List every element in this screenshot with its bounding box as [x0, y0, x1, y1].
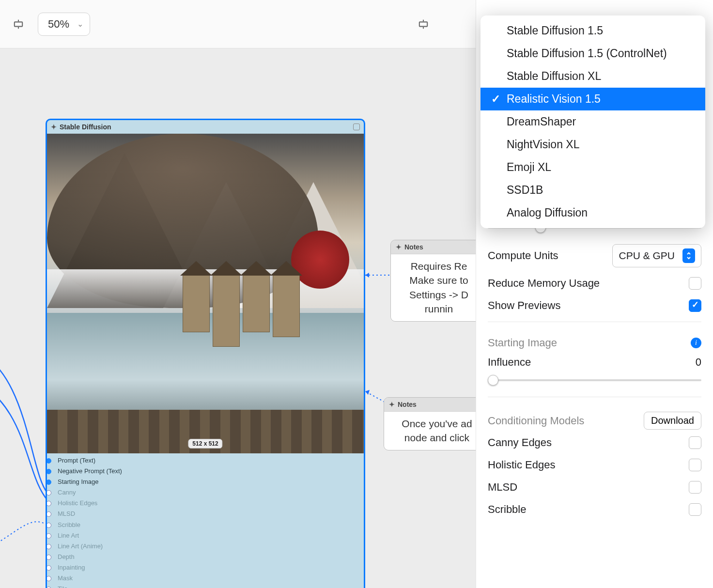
conditioning-label: MLSD	[488, 481, 689, 494]
conditioning-label: Canny Edges	[488, 436, 689, 449]
conditioning-label: Holistic Edges	[488, 459, 689, 471]
conditioning-section: Conditioning Models Download	[488, 412, 701, 430]
conditioning-row: MLSD	[488, 481, 701, 494]
compute-label: Compute Units	[488, 249, 612, 262]
svg-rect-1	[419, 22, 427, 26]
input-port[interactable]: MLSD	[53, 509, 364, 519]
input-port[interactable]: Mask	[53, 573, 364, 584]
input-port[interactable]: Negative Prompt (Text)	[53, 466, 364, 477]
gear-icon: ✦	[51, 123, 57, 131]
show-previews-label: Show Previews	[488, 299, 689, 312]
conditioning-toggle[interactable]	[689, 481, 701, 494]
canvas[interactable]: ✦ Stable Diffusion 512 x 512 Prompt (Tex…	[0, 48, 476, 588]
show-previews-row: Show Previews	[488, 299, 701, 312]
conditioning-toggle[interactable]	[689, 459, 701, 471]
conditioning-toggle[interactable]	[689, 503, 701, 516]
compute-select[interactable]: CPU & GPU	[612, 244, 701, 267]
conditioning-row: Canny Edges	[488, 436, 701, 449]
starting-image-section: Starting Image i	[488, 337, 701, 349]
compute-row: Compute Units CPU & GPU	[488, 244, 701, 267]
model-option[interactable]: Stable Diffusion 1.5 (ControlNet)	[480, 42, 705, 65]
conditioning-toggle[interactable]	[689, 436, 701, 449]
conditioning-row: Holistic Edges	[488, 459, 701, 471]
conditioning-label: Scribble	[488, 503, 689, 516]
model-option[interactable]: NightVision XL	[480, 133, 705, 156]
influence-row: Influence 0	[488, 356, 701, 369]
input-port[interactable]: Depth	[53, 552, 364, 562]
chevron-updown-icon	[682, 248, 695, 263]
crop-icon[interactable]	[414, 15, 433, 34]
node-header[interactable]: ✦ Stable Diffusion	[47, 120, 364, 134]
input-port[interactable]: Canny	[53, 487, 364, 498]
svg-rect-0	[15, 22, 22, 26]
input-port[interactable]: Holistic Edges	[53, 498, 364, 509]
gear-icon: ✦	[396, 243, 402, 251]
reduce-memory-toggle[interactable]	[689, 277, 701, 290]
input-port[interactable]: Scribble	[53, 520, 364, 530]
influence-value: 0	[696, 356, 701, 369]
input-port[interactable]: Inpainting	[53, 562, 364, 573]
input-port[interactable]: Starting Image	[53, 477, 364, 487]
influence-slider[interactable]	[488, 371, 701, 384]
notes-node-1[interactable]: ✦Notes Requires Re Make sure to Settings…	[390, 240, 476, 322]
model-option[interactable]: Emoji XL	[480, 156, 705, 179]
download-button[interactable]: Download	[644, 412, 701, 430]
stable-diffusion-node[interactable]: ✦ Stable Diffusion 512 x 512 Prompt (Tex…	[46, 119, 365, 588]
model-option[interactable]: Stable Diffusion XL	[480, 65, 705, 88]
size-badge: 512 x 512	[188, 439, 222, 449]
notes-node-2[interactable]: ✦Notes Once you've ad node and click	[384, 397, 476, 450]
gear-icon: ✦	[389, 401, 395, 408]
model-dropdown[interactable]: Stable Diffusion 1.5Stable Diffusion 1.5…	[480, 15, 705, 228]
notes-title: Notes	[404, 243, 423, 251]
reduce-memory-row: Reduce Memory Usage	[488, 277, 701, 290]
show-previews-toggle[interactable]	[689, 299, 701, 312]
fit-icon[interactable]	[9, 15, 28, 34]
node-preview: 512 x 512	[47, 134, 364, 453]
model-option[interactable]: Analog Diffusion	[480, 201, 705, 224]
node-title: Stable Diffusion	[60, 123, 111, 131]
input-port[interactable]: Line Art	[53, 530, 364, 541]
model-option[interactable]: DreamShaper	[480, 110, 705, 133]
model-option[interactable]: Realistic Vision 1.5	[480, 88, 705, 110]
influence-label: Influence	[488, 356, 696, 369]
notes-title: Notes	[398, 401, 417, 408]
notes-body: Once you've ad node and click	[384, 412, 476, 450]
info-icon[interactable]: i	[691, 338, 701, 348]
expand-icon[interactable]	[353, 124, 360, 130]
input-port[interactable]: Tile	[53, 584, 364, 588]
model-option[interactable]: Stable Diffusion 1.5	[480, 19, 705, 42]
zoom-select[interactable]: 50% ⌄	[38, 13, 90, 36]
input-port[interactable]: Line Art (Anime)	[53, 541, 364, 552]
input-port-list: Prompt (Text)Negative Prompt (Text)Start…	[47, 453, 364, 588]
input-port[interactable]: Prompt (Text)	[53, 455, 364, 466]
conditioning-row: Scribble	[488, 503, 701, 516]
reduce-memory-label: Reduce Memory Usage	[488, 277, 689, 290]
notes-body: Requires Re Make sure to Settings -> D r…	[391, 254, 476, 321]
model-option[interactable]: SSD1B	[480, 179, 705, 201]
